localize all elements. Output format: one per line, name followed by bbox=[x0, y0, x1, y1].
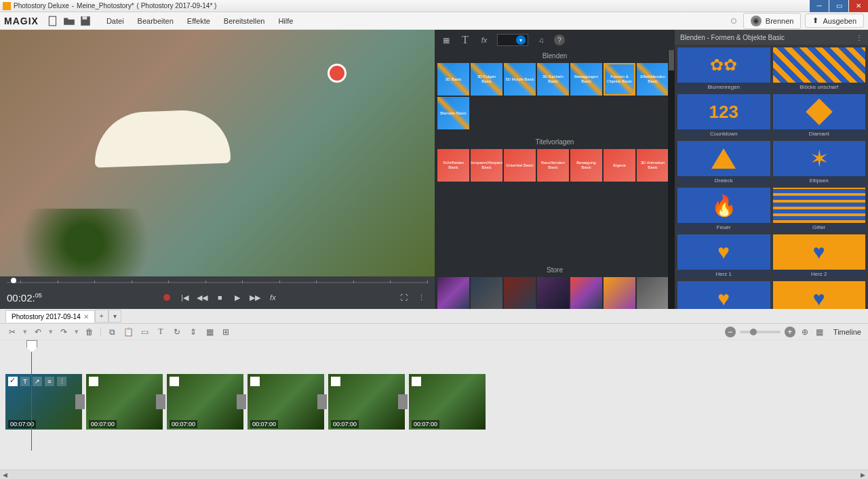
side-effect-item[interactable]: Diamant bbox=[773, 94, 866, 138]
paste-icon[interactable]: 📋 bbox=[123, 327, 134, 337]
clip-tool-icon[interactable]: ≡ bbox=[45, 377, 54, 386]
titel-bauchbinden[interactable]: Bauchbinden Basic bbox=[537, 149, 569, 182]
open-folder-icon[interactable] bbox=[63, 15, 75, 27]
zoom-out-icon[interactable]: − bbox=[725, 327, 736, 337]
fit-icon[interactable]: ⊕ bbox=[800, 327, 810, 337]
timeline-clip[interactable]: 00:07:00 bbox=[328, 374, 405, 430]
text-tool-icon[interactable]: T bbox=[459, 34, 471, 46]
timeline-mode-label[interactable]: Timeline bbox=[833, 328, 861, 336]
zoom-slider[interactable] bbox=[740, 331, 781, 333]
menu-datei[interactable]: Datei bbox=[100, 17, 131, 25]
blend-3d-morph[interactable]: 3D Morph Basic bbox=[504, 63, 536, 96]
side-effect-item[interactable]: ✶Ellipsen bbox=[773, 141, 866, 185]
save-icon[interactable] bbox=[79, 15, 92, 27]
tab-add-button[interactable]: + bbox=[95, 310, 108, 322]
blend-3d-kacheln[interactable]: 3D Kacheln Basic bbox=[537, 63, 569, 96]
titel-vorspann[interactable]: Vorspann/Abspann Basic bbox=[471, 149, 502, 182]
preview-menu-icon[interactable]: ⋮ bbox=[416, 291, 428, 304]
titel-eigene[interactable]: Eigene bbox=[604, 149, 635, 182]
titel-schriftarten[interactable]: Schriftarten Basic bbox=[437, 149, 469, 182]
burn-button[interactable]: ◉ Brennen bbox=[743, 13, 802, 29]
menu-bearbeiten[interactable]: Bearbeiten bbox=[131, 17, 180, 25]
copy-icon[interactable]: ⧉ bbox=[106, 327, 117, 337]
progress-bar[interactable] bbox=[0, 276, 435, 286]
timeline-clip[interactable]: 00:07:00 bbox=[167, 374, 243, 430]
title-icon[interactable]: ▭ bbox=[139, 327, 150, 337]
clip-checkbox[interactable] bbox=[89, 377, 98, 386]
timeline-clip[interactable]: T↗≡⋮00:07:00 bbox=[5, 374, 82, 430]
undo-icon[interactable]: ↶ bbox=[33, 327, 43, 337]
clip-menu-icon[interactable]: ⋮ bbox=[57, 377, 66, 386]
tool-icon[interactable]: ▦ bbox=[204, 327, 215, 337]
timeline-clip[interactable]: 00:07:00 bbox=[248, 374, 324, 430]
fx-icon[interactable]: fx bbox=[478, 34, 490, 46]
clip-checkbox[interactable] bbox=[8, 377, 18, 386]
project-tab[interactable]: Photostory 2017-09-14 ✕ bbox=[5, 310, 95, 322]
window-maximize-button[interactable]: ▭ bbox=[829, 0, 848, 12]
store-item[interactable] bbox=[537, 277, 569, 309]
menu-effekte[interactable]: Effekte bbox=[180, 17, 217, 25]
tool-icon[interactable]: ⊞ bbox=[220, 327, 231, 337]
side-effect-item[interactable]: ✿✿Blumenregen bbox=[677, 47, 770, 91]
timeline-scrollbar[interactable]: ◀ ▶ bbox=[0, 470, 868, 479]
blend-blenden-basic[interactable]: Blenden Basic bbox=[437, 97, 469, 129]
category-dropdown[interactable]: ▾ bbox=[497, 34, 528, 46]
blend-effektblenden[interactable]: Effektblenden Basic bbox=[637, 63, 669, 96]
window-minimize-button[interactable]: ─ bbox=[810, 0, 829, 12]
tab-close-icon[interactable]: ✕ bbox=[83, 313, 89, 320]
window-close-button[interactable]: ✕ bbox=[849, 0, 868, 12]
new-file-icon[interactable] bbox=[47, 15, 59, 27]
transition-handle[interactable] bbox=[317, 394, 327, 409]
fx-button[interactable]: fx bbox=[267, 291, 279, 304]
side-effect-item[interactable]: ♥Herz 2 bbox=[773, 234, 866, 278]
blend-3d-folgen[interactable]: 3D Folgen Basic bbox=[471, 63, 502, 96]
store-item[interactable] bbox=[604, 277, 635, 309]
store-item[interactable] bbox=[471, 277, 502, 309]
blend-bewegungen[interactable]: Bewegungen Basic bbox=[570, 63, 602, 96]
forward-button[interactable]: ▶▶ bbox=[249, 291, 261, 304]
side-effect-item[interactable]: ♥Herz 1 bbox=[677, 234, 770, 278]
clip-text-icon[interactable]: T bbox=[20, 377, 30, 386]
blend-3d-basic[interactable]: 3D Basic bbox=[437, 63, 469, 96]
timeline-playhead[interactable] bbox=[31, 340, 32, 451]
clip-checkbox[interactable] bbox=[412, 377, 421, 386]
tool-icon[interactable]: ⇕ bbox=[188, 327, 199, 337]
titel-bewegung[interactable]: Bewegung Basic bbox=[570, 149, 602, 182]
grid-view-icon[interactable]: ▦ bbox=[440, 34, 452, 46]
prev-button[interactable]: |◀ bbox=[178, 291, 191, 304]
record-button[interactable] bbox=[161, 291, 173, 304]
view-mode-icon[interactable]: ▦ bbox=[814, 327, 825, 337]
scroll-left-icon[interactable]: ◀ bbox=[3, 472, 7, 478]
clip-checkbox[interactable] bbox=[331, 377, 340, 386]
delete-icon[interactable]: 🗑 bbox=[84, 327, 95, 337]
clip-checkbox[interactable] bbox=[170, 377, 179, 386]
timeline-clip[interactable]: 00:07:00 bbox=[86, 374, 163, 430]
export-button[interactable]: ⬆ Ausgeben bbox=[805, 14, 864, 28]
stop-button[interactable]: ■ bbox=[214, 291, 226, 304]
side-effect-item[interactable]: Blöcke unscharf bbox=[773, 47, 866, 91]
rewind-button[interactable]: ◀◀ bbox=[196, 291, 208, 304]
music-icon[interactable]: ♫ bbox=[535, 34, 547, 46]
transition-handle[interactable] bbox=[237, 394, 246, 409]
play-button[interactable]: ▶ bbox=[231, 291, 243, 304]
menu-hilfe[interactable]: Hilfe bbox=[271, 17, 300, 25]
transition-handle[interactable] bbox=[398, 394, 408, 409]
side-effect-item[interactable]: Gitter bbox=[773, 188, 866, 232]
text-icon[interactable]: T bbox=[155, 327, 166, 337]
tab-dropdown-icon[interactable]: ▾ bbox=[108, 310, 121, 322]
menu-bereitstellen[interactable]: Bereitstellen bbox=[217, 17, 272, 25]
store-item[interactable] bbox=[437, 277, 469, 309]
help-icon[interactable]: ? bbox=[554, 35, 565, 45]
cut-tool-icon[interactable]: ✂ bbox=[7, 327, 18, 337]
fx-scrollbar[interactable] bbox=[668, 50, 675, 309]
titel-untertitel[interactable]: Untertitel Basic bbox=[504, 149, 536, 182]
store-item[interactable] bbox=[504, 277, 536, 309]
side-effect-item[interactable]: 123Countdown bbox=[677, 94, 770, 138]
rotate-icon[interactable]: ↻ bbox=[172, 327, 182, 337]
side-effect-item[interactable]: 🔥Feuer bbox=[677, 188, 770, 232]
scroll-right-icon[interactable]: ▶ bbox=[861, 472, 865, 478]
zoom-in-icon[interactable]: + bbox=[785, 327, 795, 337]
titel-3d-animation[interactable]: 3D Animation Basic bbox=[637, 149, 669, 182]
transition-handle[interactable] bbox=[75, 394, 85, 409]
side-effect-item[interactable]: ♥ bbox=[773, 281, 866, 309]
